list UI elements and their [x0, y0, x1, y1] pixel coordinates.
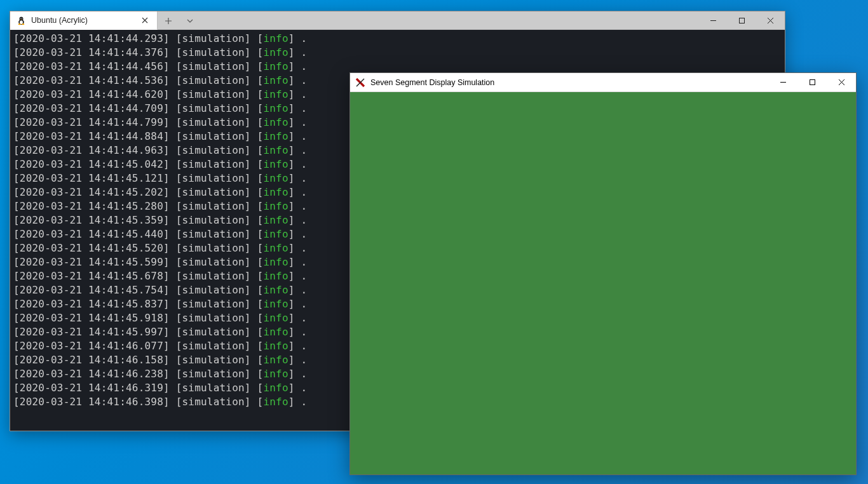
simulation-titlebar[interactable]: Seven Segment Display Simulation	[350, 73, 856, 92]
titlebar-drag-region[interactable]	[201, 11, 699, 29]
svg-point-2	[20, 20, 23, 24]
svg-rect-9	[740, 18, 745, 24]
svg-point-6	[22, 18, 22, 19]
x11-icon	[355, 77, 365, 88]
svg-point-8	[22, 24, 24, 25]
close-button[interactable]	[756, 11, 785, 30]
tab-close-button[interactable]	[139, 15, 151, 26]
sim-maximize-button[interactable]	[797, 73, 827, 91]
maximize-button[interactable]	[728, 11, 756, 30]
terminal-titlebar[interactable]: Ubuntu (Acrylic)	[10, 11, 785, 30]
simulation-title: Seven Segment Display Simulation	[370, 78, 494, 87]
simulation-canvas[interactable]	[350, 92, 856, 474]
tab-ubuntu[interactable]: Ubuntu (Acrylic)	[10, 11, 158, 30]
log-line: [2020-03-21 14:41:44.293] [simulation] […	[13, 32, 782, 46]
svg-point-7	[18, 24, 21, 25]
simulation-window: Seven Segment Display Simulation	[349, 72, 857, 475]
svg-point-5	[20, 18, 21, 19]
sim-close-button[interactable]	[827, 73, 856, 91]
tux-icon	[17, 16, 26, 25]
log-line: [2020-03-21 14:41:44.376] [simulation] […	[13, 46, 782, 60]
tab-dropdown-button[interactable]	[179, 11, 201, 30]
sim-minimize-button[interactable]	[768, 73, 797, 91]
new-tab-button[interactable]	[158, 11, 179, 30]
svg-rect-10	[810, 80, 815, 85]
minimize-button[interactable]	[699, 11, 728, 30]
tab-title: Ubuntu (Acrylic)	[31, 16, 88, 25]
log-line: [2020-03-21 14:41:44.456] [simulation] […	[13, 60, 782, 74]
